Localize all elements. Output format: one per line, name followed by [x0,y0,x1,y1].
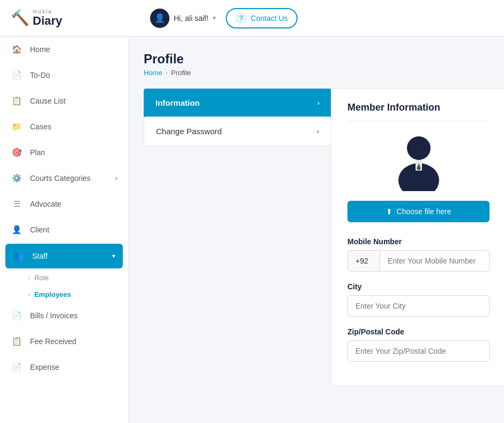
todo-icon: 📄 [11,69,23,81]
zip-input[interactable] [347,340,490,362]
sidebar-item-label: Cases [30,122,51,131]
chevron-right-icon: › [317,99,320,107]
client-icon: 👤 [11,224,23,236]
layout: 🏠 Home 📄 To-Do 📋 Cause List 📁 Cases 🎯 Pl… [0,37,504,423]
sidebar-item-label: Home [30,45,50,54]
sidebar-item-label: Plan [30,148,45,157]
sidebar-item-expense[interactable]: 📄 Expense [0,354,128,380]
sidebar-item-plan[interactable]: 🎯 Plan [0,140,128,165]
sidebar-item-bills[interactable]: 📄 Bills / Invoices [0,303,128,329]
contact-label: Contact Us [251,14,288,23]
sidebar-item-advocate[interactable]: ☰ Advocate [0,191,128,217]
zip-label: Zip/Postal Code [347,327,490,336]
role-sub-chevron: ◦ [28,275,30,281]
breadcrumb: Home › Profile [144,69,504,77]
breadcrumb-home[interactable]: Home [144,69,162,77]
tab-information[interactable]: Information › [144,89,331,117]
contact-button[interactable]: ? Contact Us [226,8,298,28]
topbar: 🔨 mukla Diary 👤 Hi, ali saif! ▾ ? Contac… [0,0,504,37]
sidebar-item-causelist[interactable]: 📋 Cause List [0,88,128,114]
mobile-number-input[interactable] [380,250,490,272]
sidebar-sub-role[interactable]: ◦ Role [0,269,128,286]
city-label: City [347,282,490,291]
chevron-down-icon: ▾ [112,252,115,260]
avatar-icon: 👤 [154,13,165,23]
sidebar-item-label: Expense [30,363,59,371]
plan-icon: 🎯 [11,147,23,158]
choose-file-label: Choose file here [397,207,451,216]
svg-point-0 [407,136,431,160]
breadcrumb-separator: › [166,69,168,77]
phone-prefix: +92 [347,250,380,272]
zip-group: Zip/Postal Code [347,327,490,362]
profile-tabs: Information › Change Password › [144,89,331,386]
fee-icon: 📋 [11,336,23,347]
expense-icon: 📄 [11,361,23,373]
advocate-icon: ☰ [11,198,23,210]
sidebar-item-home[interactable]: 🏠 Home [0,37,128,62]
tab-information-label: Information [155,98,200,107]
sidebar-item-fee[interactable]: 📋 Fee Received [0,329,128,354]
sidebar-item-label: Cause List [30,97,65,105]
causelist-icon: 📋 [11,95,23,107]
sidebar-item-label: Bills / Invoices [30,311,78,320]
user-menu-button[interactable]: 👤 Hi, ali saif! ▾ [150,9,216,28]
profile-avatar [389,132,448,191]
chevron-right-icon: › [317,127,319,135]
sidebar-item-label: Courts Categories [30,174,91,183]
staff-icon: 👥 [13,250,25,262]
contact-icon: ? [235,12,247,24]
page-title: Profile [144,52,504,67]
sidebar-item-label: Advocate [30,200,61,208]
bills-icon: 📄 [11,310,23,322]
phone-row: +92 [347,250,490,272]
cases-icon: 📁 [11,121,23,133]
member-info-title: Member Information [347,102,490,121]
tab-change-password[interactable]: Change Password › [144,116,331,146]
sidebar-item-cases[interactable]: 📁 Cases [0,114,128,140]
member-info-panel: Member Information [331,89,504,386]
city-input[interactable] [347,295,490,317]
courts-icon: ⚙️ [11,172,23,184]
sidebar: 🏠 Home 📄 To-Do 📋 Cause List 📁 Cases 🎯 Pl… [0,37,129,423]
sidebar-sub-employees[interactable]: ◦ Employees [0,286,128,303]
sidebar-item-todo[interactable]: 📄 To-Do [0,62,128,88]
city-group: City [347,282,490,317]
logo-icon: 🔨 [11,9,29,27]
chevron-down-icon: ▾ [213,14,216,21]
sidebar-item-label: Fee Received [30,337,76,346]
mobile-number-group: Mobile Number +92 [347,237,490,272]
choose-file-button[interactable]: ⬆ Choose file here [347,201,490,222]
tab-change-password-label: Change Password [156,127,222,136]
profile-layout: Information › Change Password › Member I… [144,89,504,386]
chevron-right-icon: › [115,174,117,182]
home-icon: 🏠 [11,43,23,55]
main-content: Profile Home › Profile Information › Cha… [129,37,504,423]
sidebar-item-courts[interactable]: ⚙️ Courts Categories › [0,165,128,191]
user-greeting: Hi, ali saif! [174,14,209,23]
sidebar-item-label: Staff [32,252,48,260]
mobile-number-label: Mobile Number [347,237,490,246]
sidebar-item-label: To-Do [30,71,50,79]
breadcrumb-current: Profile [171,69,191,77]
avatar: 👤 [150,9,169,28]
sidebar-item-staff[interactable]: 👥 Staff ▾ [5,244,123,268]
sidebar-item-client[interactable]: 👤 Client [0,217,128,243]
employees-sub-chevron: ◦ [28,291,30,298]
upload-icon: ⬆ [386,207,392,216]
topbar-right: 👤 Hi, ali saif! ▾ ? Contact Us [150,8,298,28]
avatar-section: ⬆ Choose file here [347,132,490,222]
sidebar-item-label: Client [30,225,49,234]
logo-text: Diary [33,14,62,27]
logo: 🔨 mukla Diary [11,9,139,27]
sidebar-sub-label: Employees [34,290,71,298]
sidebar-sub-label: Role [34,274,49,282]
